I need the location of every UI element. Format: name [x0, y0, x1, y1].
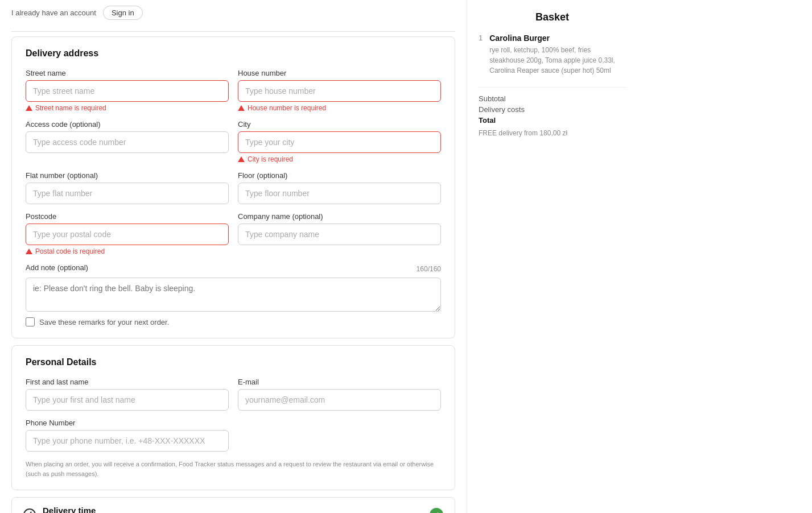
- house-number-label: House number: [238, 69, 441, 77]
- sign-in-button[interactable]: Sign in: [103, 6, 143, 20]
- save-remarks-row: Save these remarks for your next order.: [26, 317, 441, 326]
- flat-number-group: Flat number (optional): [26, 171, 229, 204]
- total-label: Total: [479, 116, 496, 125]
- personal-details-section: Personal Details First and last name E-m…: [11, 345, 455, 490]
- company-name-input[interactable]: [238, 224, 441, 245]
- info-note: When placing an order, you will receive …: [26, 460, 441, 478]
- city-group: City City is required: [238, 120, 441, 163]
- city-error: City is required: [238, 155, 441, 163]
- basket-item-desc: rye roll, ketchup, 100% beef, fries stea…: [489, 45, 626, 76]
- postcode-company-row: Postcode Postal code is required Company…: [26, 212, 441, 255]
- save-remarks-checkbox[interactable]: [26, 317, 35, 326]
- access-code-label: Access code (optional): [26, 120, 229, 129]
- basket-item-number: 1: [479, 34, 483, 42]
- street-name-error: Street name is required: [26, 104, 229, 112]
- first-last-name-label: First and last name: [26, 378, 229, 386]
- floor-label: Floor (optional): [238, 171, 441, 180]
- street-house-row: Street name Street name is required Hous…: [26, 69, 441, 112]
- access-code-input[interactable]: [26, 131, 229, 153]
- delivery-time-title: Delivery time: [43, 506, 127, 513]
- postcode-error: Postal code is required: [26, 247, 229, 255]
- house-number-error: House number is required: [238, 104, 441, 112]
- access-city-row: Access code (optional) City City is requ…: [26, 120, 441, 163]
- add-note-group: Add note (optional) 160/160: [26, 263, 441, 312]
- top-divider: [11, 31, 455, 32]
- already-account-text: I already have an account: [11, 9, 96, 17]
- floor-input[interactable]: [238, 183, 441, 204]
- name-email-row: First and last name E-mail: [26, 378, 441, 411]
- street-name-group: Street name Street name is required: [26, 69, 229, 112]
- add-note-label: Add note (optional): [26, 263, 88, 272]
- house-error-icon: [238, 105, 245, 111]
- basket-title: Basket: [479, 11, 626, 23]
- subtotal-label: Subtotal: [479, 94, 506, 103]
- email-group: E-mail: [238, 378, 441, 411]
- access-code-group: Access code (optional): [26, 120, 229, 163]
- first-last-name-input[interactable]: [26, 389, 229, 411]
- phone-row: Phone Number: [26, 419, 441, 452]
- city-input[interactable]: [238, 131, 441, 153]
- personal-details-title: Personal Details: [26, 357, 441, 367]
- total-row: Total: [479, 116, 626, 125]
- city-label: City: [238, 120, 441, 129]
- flat-number-label: Flat number (optional): [26, 171, 229, 180]
- house-number-input[interactable]: [238, 80, 441, 102]
- street-name-input[interactable]: [26, 80, 229, 102]
- flat-number-input[interactable]: [26, 183, 229, 204]
- postcode-group: Postcode Postal code is required: [26, 212, 229, 255]
- first-last-name-group: First and last name: [26, 378, 229, 411]
- delivery-time-card[interactable]: Delivery time Estimated arrival: 30-55 m…: [11, 497, 455, 513]
- save-remarks-label: Save these remarks for your next order.: [39, 318, 169, 326]
- basket-totals: Subtotal Delivery costs Total FREE deliv…: [479, 87, 626, 137]
- city-error-icon: [238, 156, 245, 162]
- flat-floor-row: Flat number (optional) Floor (optional): [26, 171, 441, 204]
- delivery-address-title: Delivery address: [26, 48, 441, 59]
- free-delivery-text: FREE delivery from 180,00 zł: [479, 129, 626, 137]
- postcode-error-icon: [26, 249, 32, 254]
- delivery-costs-label: Delivery costs: [479, 105, 525, 114]
- basket-sidebar: Basket 1 Carolina Burger rye roll, ketch…: [467, 0, 637, 513]
- phone-input[interactable]: [26, 430, 229, 452]
- street-error-icon: [26, 105, 32, 111]
- postcode-label: Postcode: [26, 212, 229, 221]
- postcode-input[interactable]: [26, 224, 229, 245]
- delivery-address-section: Delivery address Street name Street name…: [11, 36, 455, 338]
- note-counter: 160/160: [417, 265, 441, 273]
- basket-item: 1 Carolina Burger rye roll, ketchup, 100…: [479, 34, 626, 76]
- delivery-time-left: Delivery time Estimated arrival: 30-55 m…: [23, 506, 127, 513]
- delivery-time-text: Delivery time Estimated arrival: 30-55 m…: [43, 506, 127, 513]
- phone-label: Phone Number: [26, 419, 229, 427]
- delivery-costs-row: Delivery costs: [479, 105, 626, 114]
- basket-item-name: Carolina Burger: [489, 34, 626, 43]
- email-label: E-mail: [238, 378, 441, 386]
- add-note-textarea[interactable]: [26, 278, 441, 312]
- street-name-label: Street name: [26, 69, 229, 77]
- note-header: Add note (optional) 160/160: [26, 263, 441, 275]
- company-name-label: Company name (optional): [238, 212, 441, 221]
- subtotal-row: Subtotal: [479, 94, 626, 103]
- delivery-time-check-icon: ✓: [430, 508, 443, 514]
- house-number-group: House number House number is required: [238, 69, 441, 112]
- phone-group: Phone Number: [26, 419, 229, 452]
- email-input[interactable]: [238, 389, 441, 411]
- clock-icon: [23, 508, 36, 514]
- floor-group: Floor (optional): [238, 171, 441, 204]
- company-name-group: Company name (optional): [238, 212, 441, 255]
